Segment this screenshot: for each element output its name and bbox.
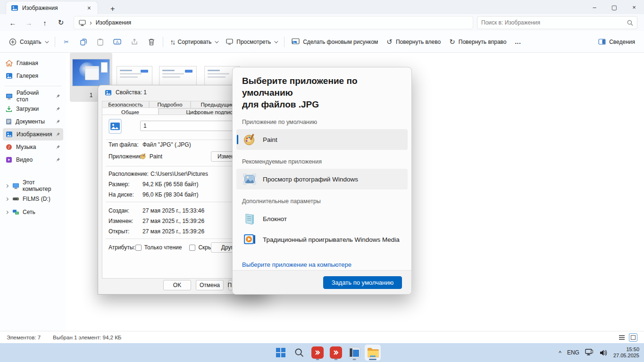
more-options-button[interactable]: ... [511, 34, 526, 50]
photo-viewer-icon [243, 173, 256, 186]
chevron-down-icon [45, 39, 49, 43]
new-tab-button[interactable]: + [107, 4, 118, 14]
app-option-notepad[interactable]: Блокнот [236, 208, 408, 229]
rotate-right-button[interactable]: ↻ Повернуть вправо [445, 34, 510, 50]
paste-button[interactable] [92, 34, 109, 50]
windows-media-player-icon [243, 233, 256, 246]
sidebar-item-downloads[interactable]: Загрузки [3, 103, 63, 115]
hidden-icons-chevron[interactable]: ^ [559, 350, 561, 356]
this-pc-icon [12, 183, 19, 189]
cut-button[interactable]: ✂ [58, 34, 75, 50]
network-icon[interactable] [585, 349, 594, 356]
rename-button[interactable]: A [109, 34, 126, 50]
this-pc-icon [79, 20, 86, 26]
up-button[interactable]: ↑ [37, 16, 53, 29]
items-count: Элементов: 7 [7, 335, 41, 340]
tab-close-icon[interactable]: × [85, 4, 93, 12]
svg-text:♪: ♪ [8, 145, 10, 149]
app-option-photo-viewer[interactable]: Просмотр фотографий Windows [236, 169, 408, 189]
close-button[interactable]: × [624, 0, 644, 14]
forward-button[interactable]: → [21, 16, 37, 29]
create-button[interactable]: Создать [5, 34, 52, 50]
ellipsis-icon: ... [515, 39, 521, 45]
breadcrumb-location[interactable]: Изображения [96, 19, 131, 26]
file-thumbnail [72, 59, 110, 86]
view-button[interactable]: Просмотреть [222, 34, 281, 50]
taskbar-search-button[interactable] [291, 345, 307, 361]
sidebar-item-videos[interactable]: Видео [3, 154, 63, 166]
details-pane-button[interactable]: Сведения [594, 34, 639, 50]
app-option-paint[interactable]: Paint [236, 129, 408, 150]
sidebar-item-pictures[interactable]: Изображения [3, 128, 63, 140]
taskbar-app-window[interactable] [346, 345, 362, 361]
copy-button[interactable] [75, 34, 92, 50]
choose-app-link[interactable]: Выберите приложение на компьютере [242, 261, 402, 268]
view-icon [226, 39, 233, 45]
taskbar-file-explorer[interactable] [365, 345, 381, 361]
explorer-tab[interactable]: Изображения × [6, 1, 98, 14]
ok-button[interactable]: OK [163, 280, 191, 290]
breadcrumb[interactable]: › Изображения [74, 16, 473, 29]
pin-icon [56, 107, 60, 111]
set-default-button[interactable]: Задать по умолчанию [323, 276, 402, 289]
section-default-app: Приложение по умолчанию [242, 119, 402, 125]
language-indicator[interactable]: ENG [567, 349, 579, 356]
back-button[interactable]: ← [5, 16, 21, 29]
app-option-wmp[interactable]: Традиционный проигрыватель Windows Media [236, 229, 408, 250]
tree-item-films-drive[interactable]: FILMS (D:) [1, 193, 65, 205]
volume-icon[interactable] [600, 349, 608, 356]
pictures-icon [6, 131, 13, 138]
rename-icon: A [113, 38, 121, 45]
app-name: Блокнот [263, 215, 287, 222]
pin-icon [56, 94, 60, 99]
expand-chevron-icon[interactable] [5, 184, 8, 188]
readonly-checkbox[interactable] [135, 245, 142, 251]
notepad-icon [243, 212, 256, 225]
sidebar-item-documents[interactable]: Документы [3, 115, 63, 128]
sort-button[interactable]: ↑↓ Сортировать [166, 34, 222, 50]
cancel-button[interactable]: Отмена [196, 280, 224, 290]
icons-view-button[interactable] [629, 333, 637, 342]
tree-item-this-pc[interactable]: Этот компьютер [1, 180, 65, 192]
hidden-checkbox[interactable] [189, 245, 195, 251]
refresh-button[interactable]: ↻ [53, 16, 69, 29]
sidebar-item-music[interactable]: ♪ Музыка [3, 141, 63, 153]
search-icon [627, 20, 633, 26]
time: 15:50 [613, 346, 639, 353]
large-icons-icon [631, 335, 636, 340]
taskbar-app-red-2[interactable] [328, 345, 344, 361]
share-button[interactable] [126, 34, 143, 50]
desktop-icon [6, 93, 13, 99]
maximize-button[interactable]: ▢ [604, 0, 624, 14]
pin-icon [56, 157, 60, 162]
minimize-button[interactable]: – [585, 0, 604, 14]
navigation-pane: Главная Галерея Рабочий стол Загрузки До… [0, 53, 66, 331]
file-explorer-icon [367, 347, 379, 358]
details-view-button[interactable] [618, 333, 626, 342]
gallery-icon [6, 73, 13, 79]
taskbar-clock[interactable]: 15:50 27.05.2025 [613, 346, 639, 359]
search-box[interactable] [477, 16, 637, 29]
taskbar-app-red-1[interactable] [309, 345, 326, 361]
dialog-title: Выберите приложение по умолчанию для фай… [242, 75, 402, 110]
sidebar-item-gallery[interactable]: Галерея [3, 70, 63, 82]
app-name: Просмотр фотографий Windows [263, 176, 358, 183]
rotate-left-button[interactable]: ↺ Повернуть влево [382, 34, 445, 50]
network-icon [12, 209, 19, 215]
selection-indicator [237, 135, 238, 144]
start-button[interactable] [273, 345, 289, 361]
expand-chevron-icon[interactable] [5, 197, 8, 200]
clipboard-icon [97, 38, 104, 46]
search-input[interactable] [481, 19, 627, 26]
set-wallpaper-button[interactable]: Сделать фоновым рисунком [287, 34, 382, 50]
explorer-tabstrip: Изображения × + – ▢ × [0, 0, 644, 14]
expand-chevron-icon[interactable] [5, 210, 8, 214]
status-bar: Элементов: 7 Выбран 1 элемент: 94,2 КБ [0, 331, 644, 343]
hard-drive-icon [12, 197, 19, 201]
chevron-down-icon [274, 39, 278, 43]
sidebar-item-home[interactable]: Главная [3, 57, 63, 69]
address-bar: ← → ↑ ↻ › Изображения [0, 14, 644, 31]
sidebar-item-desktop[interactable]: Рабочий стол [3, 90, 63, 102]
tree-item-network[interactable]: Сеть [1, 206, 65, 218]
delete-button[interactable] [143, 34, 160, 50]
